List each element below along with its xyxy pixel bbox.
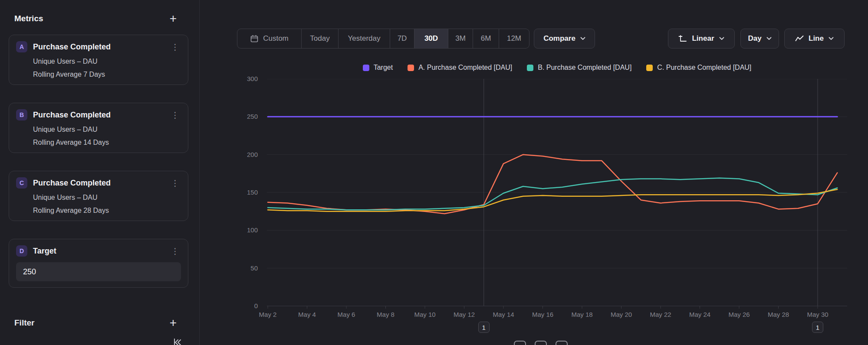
kebab-menu-icon[interactable]: ⋮ (169, 246, 181, 256)
legend-item-target[interactable]: Target (363, 64, 393, 72)
chevron-down-icon (580, 37, 585, 40)
legend-label: B. Purchase Completed [DAU] (538, 64, 631, 72)
x-axis-label: May 16 (523, 311, 562, 318)
kebab-menu-icon[interactable]: ⋮ (169, 178, 181, 188)
filter-header: Filter + (0, 318, 199, 328)
date-range-segmented-control: Custom Today Yesterday 7D 30D 3M 6M 12M (237, 29, 529, 49)
metric-card-a[interactable]: A Purchase Completed ⋮ Unique Users – DA… (9, 35, 188, 85)
line-chart-icon (795, 35, 804, 42)
chevron-down-icon (829, 37, 834, 40)
annotation-badge[interactable]: 1 (812, 322, 823, 333)
metric-card-b[interactable]: B Purchase Completed ⋮ Unique Users – DA… (9, 103, 188, 153)
metric-subtitle[interactable]: Unique Users – DAU (33, 58, 181, 65)
date-range-yesterday-button[interactable]: Yesterday (338, 29, 390, 48)
legend-item-a[interactable]: A. Purchase Completed [DAU] (408, 64, 512, 72)
chart-legend: Target A. Purchase Completed [DAU] B. Pu… (267, 64, 847, 72)
metric-rolling-average[interactable]: Rolling Average 14 Days (33, 139, 181, 146)
annotation-markers: 11 (267, 322, 857, 334)
legend-item-c[interactable]: C. Purchase Completed [DAU] (646, 64, 751, 72)
y-axis-label: 0 (216, 302, 258, 309)
legend-swatch (408, 65, 414, 71)
y-axis-label: 50 (216, 264, 258, 272)
metric-title: Purchase Completed (33, 179, 164, 188)
filter-title: Filter (14, 318, 34, 328)
legend-item-b[interactable]: B. Purchase Completed [DAU] (527, 64, 631, 72)
target-card[interactable]: D Target ⋮ 250 (9, 239, 188, 288)
date-range-30d-button[interactable]: 30D (414, 29, 448, 48)
target-card-header: D Target ⋮ (16, 245, 181, 257)
chart-footer-actions (514, 341, 568, 345)
chart-footer-button-1[interactable] (514, 341, 526, 345)
collapse-sidebar-icon (173, 338, 182, 345)
x-axis-labels: May 2May 4May 6May 8May 10May 12May 14Ma… (267, 311, 857, 319)
kebab-menu-icon[interactable]: ⋮ (169, 110, 181, 120)
collapse-sidebar-button[interactable] (173, 338, 182, 345)
metric-card-c[interactable]: C Purchase Completed ⋮ Unique Users – DA… (9, 171, 188, 221)
annotation-badge[interactable]: 1 (478, 322, 490, 333)
segment-label: Today (310, 34, 329, 43)
y-axis-label: 150 (216, 189, 258, 196)
y-axis-label: 100 (216, 226, 258, 234)
metric-title: Purchase Completed (33, 42, 164, 52)
add-metric-button[interactable]: + (170, 14, 177, 23)
metric-rolling-average[interactable]: Rolling Average 28 Days (33, 207, 181, 215)
x-axis-label: May 2 (248, 311, 287, 318)
chart-canvas (267, 79, 847, 309)
scale-label: Linear (692, 34, 714, 43)
app: Metrics + A Purchase Completed ⋮ Unique … (0, 0, 868, 345)
granularity-selector-button[interactable]: Day (740, 29, 779, 49)
segment-label: Custom (263, 34, 289, 43)
y-axis-label: 300 (216, 75, 258, 82)
metrics-title: Metrics (14, 14, 43, 23)
date-range-3m-button[interactable]: 3M (448, 29, 473, 48)
x-axis-label: May 20 (602, 311, 641, 318)
target-badge: D (16, 245, 27, 257)
x-axis-label: May 22 (641, 311, 680, 318)
segment-label: 7D (398, 34, 407, 43)
metric-title: Purchase Completed (33, 111, 164, 120)
legend-label: A. Purchase Completed [DAU] (418, 64, 512, 72)
metric-subtitle[interactable]: Unique Users – DAU (33, 194, 181, 202)
compare-label: Compare (543, 34, 575, 43)
legend-swatch (363, 65, 369, 71)
legend-swatch (527, 65, 533, 71)
metric-rolling-average[interactable]: Rolling Average 7 Days (33, 71, 181, 78)
metric-badge: A (16, 41, 27, 52)
date-range-6m-button[interactable]: 6M (473, 29, 499, 48)
series-line-1 (268, 155, 837, 214)
series-line-3 (268, 189, 837, 212)
add-filter-button[interactable]: + (170, 318, 177, 328)
linear-scale-icon (678, 34, 687, 43)
metric-card-header: C Purchase Completed ⋮ (16, 177, 181, 189)
date-range-custom-button[interactable]: Custom (237, 29, 301, 48)
date-range-7d-button[interactable]: 7D (390, 29, 414, 48)
chart-footer-button-2[interactable] (535, 341, 547, 345)
legend-label: C. Purchase Completed [DAU] (657, 64, 751, 72)
y-axis-label: 250 (216, 113, 258, 120)
sidebar: Metrics + A Purchase Completed ⋮ Unique … (0, 0, 200, 345)
chart-type-selector-button[interactable]: Line (784, 29, 845, 49)
metric-card-header: A Purchase Completed ⋮ (16, 41, 181, 52)
segment-label: 6M (481, 34, 491, 43)
x-axis-label: May 26 (720, 311, 759, 318)
metric-card-header: B Purchase Completed ⋮ (16, 109, 181, 120)
kebab-menu-icon[interactable]: ⋮ (169, 42, 181, 52)
metric-subtitle[interactable]: Unique Users – DAU (33, 126, 181, 133)
date-range-today-button[interactable]: Today (301, 29, 338, 48)
scale-selector-button[interactable]: Linear (668, 29, 735, 49)
x-axis-label: May 10 (405, 311, 444, 318)
x-axis-label: May 14 (484, 311, 523, 318)
date-range-12m-button[interactable]: 12M (499, 29, 529, 48)
x-axis-label: May 12 (445, 311, 484, 318)
metric-badge: C (16, 177, 27, 189)
chevron-down-icon (766, 37, 772, 40)
target-value-input[interactable]: 250 (16, 262, 181, 281)
x-axis-label: May 28 (759, 311, 798, 318)
chart-footer-button-3[interactable] (556, 341, 568, 345)
segment-label: 12M (507, 34, 521, 43)
x-axis-label: May 8 (366, 311, 405, 318)
legend-swatch (646, 65, 653, 71)
metric-badge: B (16, 109, 27, 120)
metrics-header: Metrics + (0, 0, 199, 23)
compare-button[interactable]: Compare (534, 29, 595, 49)
